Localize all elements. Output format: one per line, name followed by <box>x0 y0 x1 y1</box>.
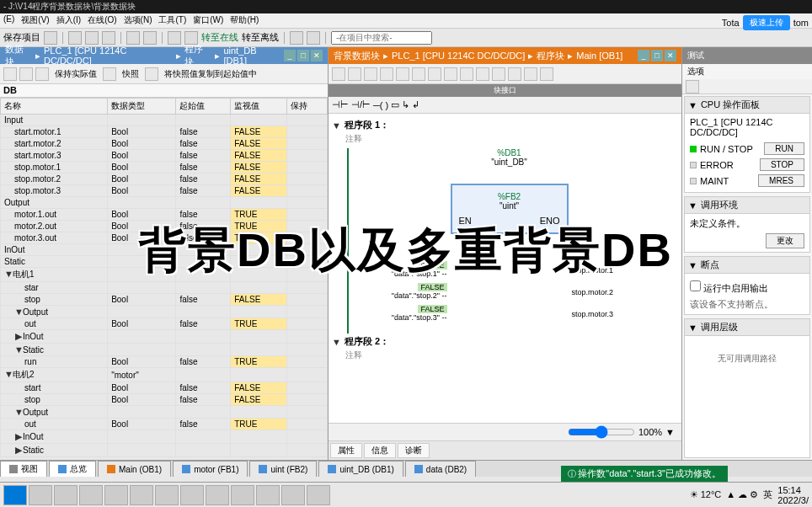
app4[interactable] <box>130 485 153 505</box>
save-project-button[interactable]: 保存项目 <box>3 31 40 44</box>
lt3[interactable] <box>364 67 377 81</box>
table-row[interactable]: stop.motor.3BoolfalseFALSE <box>1 185 328 197</box>
table-row[interactable]: ▶InOut <box>1 330 328 344</box>
editor-tab[interactable]: data (DB2) <box>405 461 476 477</box>
network2-comment[interactable]: 注释 <box>332 350 678 361</box>
col-monitor[interactable]: 监视值 <box>231 99 287 115</box>
lt4[interactable] <box>380 67 393 81</box>
table-row[interactable]: ▼电机2"motor" <box>1 368 328 382</box>
cpu-collapse-icon[interactable]: ▼ <box>688 100 697 110</box>
menu-options[interactable]: 选项(N) <box>124 14 152 27</box>
toolbar-btn2[interactable] <box>290 31 303 45</box>
col-retain[interactable]: 保持 <box>286 99 327 115</box>
clock[interactable]: 15:142022/3/ <box>777 485 809 505</box>
app1[interactable] <box>54 485 77 505</box>
table-row[interactable]: outBoolfalseTRUE <box>1 419 328 430</box>
app2[interactable] <box>79 485 103 505</box>
contact-no-icon[interactable]: ⊣⊢ <box>332 99 349 110</box>
app7[interactable] <box>206 485 229 505</box>
ch-collapse-icon[interactable]: ▼ <box>688 323 697 333</box>
close-icon[interactable]: ✕ <box>311 50 323 61</box>
undo-button[interactable] <box>126 31 140 45</box>
app6[interactable] <box>180 485 204 505</box>
cut-button[interactable] <box>68 31 82 45</box>
app5[interactable] <box>155 485 179 505</box>
max2-icon[interactable]: □ <box>651 50 663 61</box>
toolbar-btn[interactable] <box>44 31 57 45</box>
env-collapse-icon[interactable]: ▼ <box>688 200 697 211</box>
col-name[interactable]: 名称 <box>1 99 108 115</box>
tab-diagnostics[interactable]: 诊断 <box>398 443 430 458</box>
table-row[interactable]: ▼Output <box>1 406 328 419</box>
cloud-upload-button[interactable]: 极速上传 <box>743 15 790 30</box>
table-row[interactable]: stop.motor.1BoolfalseFALSE <box>1 162 328 173</box>
lt13[interactable] <box>524 67 537 81</box>
editor-tab[interactable]: Main (OB1) <box>98 461 171 477</box>
app8[interactable] <box>231 485 254 505</box>
crumb-plc[interactable]: PLC_1 [CPU 1214C DC/DC/DC] <box>44 45 173 66</box>
menu-tools[interactable]: 工具(T) <box>158 14 186 27</box>
opt-btn[interactable] <box>686 80 699 93</box>
ime-indicator[interactable]: 英 <box>763 488 772 501</box>
search-icon[interactable] <box>29 485 52 505</box>
lt11[interactable] <box>492 67 505 81</box>
table-row[interactable]: runBoolfalseTRUE <box>1 356 328 368</box>
go-online-button[interactable]: 转至在线 <box>201 31 238 44</box>
lt9[interactable] <box>460 67 473 81</box>
editor-tab[interactable]: 视图 <box>0 461 47 477</box>
lt6[interactable] <box>412 67 425 81</box>
menu-insert[interactable]: 插入(I) <box>56 14 81 27</box>
table-row[interactable]: ▶InOut <box>1 430 328 444</box>
network1-comment[interactable]: 注释 <box>332 133 678 145</box>
editor-tab[interactable]: uint (FB2) <box>249 461 317 477</box>
collapse2-icon[interactable]: ▼ <box>332 337 341 347</box>
lt7[interactable] <box>428 67 441 81</box>
paste-button[interactable] <box>102 31 115 45</box>
download-button[interactable] <box>168 31 181 45</box>
redo-button[interactable] <box>143 31 157 45</box>
tb4[interactable] <box>103 67 116 81</box>
table-row[interactable]: start.motor.1BoolfalseFALSE <box>1 126 328 138</box>
table-row[interactable]: outBoolfalseTRUE <box>1 318 328 330</box>
maximize-icon[interactable]: □ <box>297 50 309 61</box>
tb5[interactable] <box>145 67 158 81</box>
box-icon[interactable]: ▭ <box>391 99 399 110</box>
tb3[interactable] <box>35 67 49 81</box>
lt8[interactable] <box>444 67 457 81</box>
tab-properties[interactable]: 属性 <box>330 443 362 458</box>
contact-nc-icon[interactable]: ⊣/⊢ <box>351 99 371 110</box>
table-row[interactable]: stop.motor.2BoolfalseFALSE <box>1 173 328 185</box>
crumb2-blocks[interactable]: 程序块 <box>537 50 564 62</box>
start-button[interactable] <box>3 485 27 505</box>
tab-info[interactable]: 信息 <box>364 443 396 458</box>
minimize-icon[interactable]: _ <box>284 50 296 61</box>
tb1[interactable] <box>3 67 17 81</box>
editor-tab[interactable]: motor (FB1) <box>173 461 248 477</box>
snapshot-button[interactable]: 快照 <box>119 68 142 80</box>
copy-button[interactable] <box>85 31 99 45</box>
editor-tab[interactable]: 总览 <box>49 461 96 477</box>
go-offline-button[interactable]: 转至离线 <box>242 31 279 44</box>
app11[interactable] <box>307 485 330 505</box>
close2-icon[interactable]: ✕ <box>665 50 676 61</box>
table-row[interactable]: ▶Static <box>1 444 328 457</box>
tb2[interactable] <box>19 67 33 81</box>
table-row[interactable]: ▼Output <box>1 306 328 318</box>
menu-help[interactable]: 帮助(H) <box>230 14 259 27</box>
collapse-icon[interactable]: ▼ <box>332 120 341 131</box>
lt5[interactable] <box>396 67 409 81</box>
col-type[interactable]: 数据类型 <box>108 99 176 115</box>
crumb2-plc[interactable]: PLC_1 [CPU 1214C DC/DC/DC] <box>392 51 525 61</box>
branch-icon[interactable]: ↳ <box>402 99 409 110</box>
lt12[interactable] <box>508 67 521 81</box>
coil-icon[interactable]: ─( ) <box>373 100 388 110</box>
tray-icons[interactable]: ▲ ☁ ⚙ <box>726 489 758 500</box>
zoom-dropdown-icon[interactable]: ▼ <box>665 427 675 437</box>
table-row[interactable]: Input <box>1 115 328 126</box>
crumb2-bg[interactable]: 背景数据块 <box>334 50 380 62</box>
table-row[interactable]: startBoolfalseFALSE <box>1 382 328 394</box>
stop-button[interactable]: STOP <box>760 158 804 171</box>
toolbar-btn3[interactable] <box>307 31 320 45</box>
editor-tab[interactable]: uint_DB (DB1) <box>318 461 403 477</box>
table-row[interactable]: stopBoolfalseFALSE <box>1 294 328 306</box>
